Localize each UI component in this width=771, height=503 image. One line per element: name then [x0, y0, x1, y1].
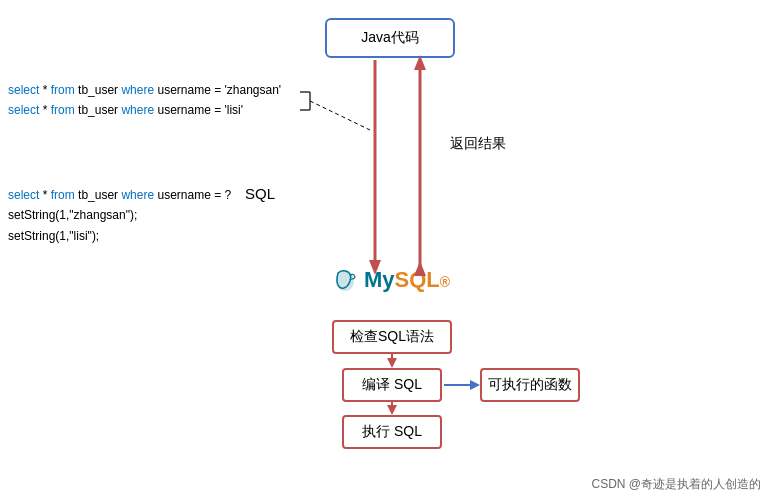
svg-marker-6: [387, 358, 397, 368]
compile-sql-label: 编译 SQL: [362, 376, 422, 394]
sql-prep-line-2: setString(1,"zhangsan");: [8, 205, 231, 225]
watermark: CSDN @奇迹是执着的人创造的: [591, 476, 761, 493]
sql-query-2: select * from tb_user where username = '…: [8, 100, 281, 120]
sql-label: SQL: [245, 185, 275, 202]
sql-prep-line-1: select * from tb_user where username = ?: [8, 185, 231, 205]
execute-sql-label: 执行 SQL: [362, 423, 422, 441]
execute-sql-box: 执行 SQL: [342, 415, 442, 449]
sql-query-1: select * from tb_user where username = '…: [8, 80, 281, 100]
sql-prepared-section: select * from tb_user where username = ?…: [8, 185, 231, 246]
java-code-label: Java代码: [361, 29, 419, 47]
mysql-text: MySQL®: [364, 267, 450, 293]
mysql-dolphin-icon: [330, 265, 360, 295]
mysql-logo-area: MySQL®: [330, 265, 450, 295]
compile-sql-box: 编译 SQL: [342, 368, 442, 402]
sql-prep-line-3: setString(1,"lisi");: [8, 226, 231, 246]
return-label: 返回结果: [450, 135, 506, 153]
svg-marker-10: [470, 380, 480, 390]
svg-marker-8: [387, 405, 397, 415]
java-code-box: Java代码: [325, 18, 455, 58]
check-sql-syntax-label: 检查SQL语法: [350, 328, 434, 346]
sql-queries-section: select * from tb_user where username = '…: [8, 80, 281, 121]
executable-func-box: 可执行的函数: [480, 368, 580, 402]
svg-line-14: [310, 101, 370, 130]
executable-func-label: 可执行的函数: [488, 376, 572, 394]
check-sql-syntax-box: 检查SQL语法: [332, 320, 452, 354]
